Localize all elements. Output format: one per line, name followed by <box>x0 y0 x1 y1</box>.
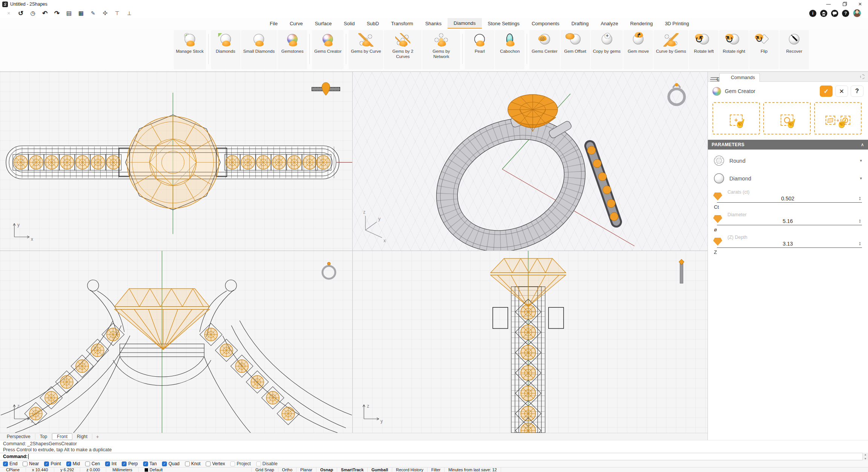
parameter-value-input[interactable] <box>717 218 859 224</box>
ribbon-tab[interactable]: File <box>264 18 284 29</box>
status-cell[interactable]: y 6.292 <box>54 467 80 472</box>
feedback-icon[interactable] <box>831 10 838 17</box>
minimize-button[interactable]: — <box>821 0 836 8</box>
components-icon[interactable] <box>100 9 110 17</box>
osnap-toggle[interactable]: Near <box>23 461 39 466</box>
gemstones-button[interactable]: Gemstones <box>278 30 307 69</box>
undo-icon[interactable] <box>40 9 50 17</box>
gems-by-network-button[interactable]: Gems by Network <box>422 30 460 69</box>
history-icon[interactable] <box>16 9 26 17</box>
select-gem-button[interactable] <box>763 102 811 134</box>
confirm-check-icon[interactable] <box>820 86 833 97</box>
perspective-viewport-canvas[interactable]: z y x <box>353 72 708 251</box>
ribbon-tab[interactable]: 3D Printing <box>659 18 695 29</box>
parameter-value-input[interactable] <box>717 241 859 247</box>
viewport-tab[interactable]: Right <box>72 434 92 440</box>
help-question-icon[interactable] <box>851 86 863 97</box>
top-viewport-canvas[interactable]: y x <box>0 72 353 251</box>
ribbon-tab[interactable]: Stone Settings <box>482 18 526 29</box>
ribbon-tab[interactable]: Components <box>526 18 565 29</box>
gems-center-button[interactable]: Gems Center <box>529 30 559 69</box>
gem-offset-button[interactable]: Gem Offset <box>561 30 590 69</box>
orient-flat-icon[interactable] <box>124 9 134 17</box>
command-input[interactable] <box>30 454 865 459</box>
education-icon[interactable] <box>820 10 827 17</box>
osnap-toggle[interactable]: Tan <box>143 461 157 466</box>
value-stepper[interactable]: ▲▼ <box>859 196 862 201</box>
status-cell[interactable]: Millimeters <box>106 467 139 472</box>
incremental-save-icon[interactable] <box>76 9 86 17</box>
value-stepper[interactable]: ▲▼ <box>859 241 862 246</box>
commands-icon[interactable]: Commands <box>719 73 760 82</box>
manage-stock-button[interactable]: Manage Stock <box>174 30 206 69</box>
ribbon-tab[interactable]: Solid <box>338 18 361 29</box>
status-toggle[interactable]: Record History <box>392 467 428 472</box>
status-toggle[interactable]: Filter <box>428 467 445 472</box>
viewport-tab[interactable]: Perspective <box>2 434 35 440</box>
osnap-toggle[interactable]: Point <box>44 461 61 466</box>
help-icon[interactable]: ? <box>842 10 849 17</box>
panel-settings-gear-icon[interactable] <box>860 74 865 79</box>
place-gem-on-surface-button[interactable]: + <box>814 102 862 134</box>
viewport-tab[interactable]: Front <box>52 433 72 440</box>
status-toggle[interactable]: Planar <box>296 467 316 472</box>
diamonds-button[interactable]: Diamonds <box>211 30 240 69</box>
small-diamonds-button[interactable]: Small Diamonds <box>241 30 277 69</box>
ribbon-tab[interactable]: Surface <box>309 18 338 29</box>
parameter-value-input[interactable] <box>717 196 859 202</box>
osnap-toggle[interactable]: Perp <box>122 461 138 466</box>
ribbon-tab[interactable]: Diamonds <box>448 18 482 29</box>
status-toggle[interactable]: Osnap <box>316 467 337 472</box>
parameters-section-header[interactable]: PARAMETERS <box>708 140 868 150</box>
ribbon-tab[interactable]: Analyze <box>594 18 624 29</box>
restore-button[interactable] <box>836 0 852 8</box>
osnap-toggle[interactable]: Project <box>230 461 251 466</box>
ribbon-tab[interactable]: SubD <box>361 18 385 29</box>
status-toggle[interactable]: SmartTrack <box>337 467 368 472</box>
status-toggle[interactable]: Ortho <box>278 467 297 472</box>
copy-by-gems-button[interactable]: Copy by gems <box>591 30 623 69</box>
pearl-button[interactable]: Pearl <box>465 30 494 69</box>
flip-button[interactable]: Flip <box>749 30 779 69</box>
rotate-right-button[interactable]: Rotate right <box>719 30 749 69</box>
place-gem-button[interactable] <box>712 102 760 134</box>
status-cell[interactable]: Default <box>139 467 252 472</box>
gem-material-dropdown[interactable]: Diamond <box>708 170 868 187</box>
file-properties-icon[interactable] <box>28 9 38 17</box>
osnap-toggle[interactable]: Int <box>105 461 116 466</box>
close-button[interactable]: ✕ <box>852 0 868 8</box>
gem-shape-dropdown[interactable]: Round <box>708 152 868 170</box>
ribbon-tab[interactable]: Drafting <box>565 18 595 29</box>
outliner-icon[interactable]: Outliner <box>710 77 719 81</box>
osnap-toggle[interactable]: End <box>3 461 17 466</box>
orient-left-icon[interactable] <box>112 9 122 17</box>
info-icon[interactable]: i <box>809 10 816 17</box>
status-toggle[interactable]: Minutes from last save: 12 <box>445 467 501 472</box>
command-scrollbar[interactable]: ▲▼ <box>862 453 868 460</box>
redo-icon[interactable] <box>52 9 62 17</box>
right-viewport-canvas[interactable]: z y <box>353 251 708 433</box>
gems-creator-button[interactable]: Gems Creator <box>312 30 344 69</box>
viewport-move-icon[interactable]: + <box>96 434 99 440</box>
gems-by-2-curves-button[interactable]: Gems by 2 Curves <box>384 30 422 69</box>
curve-by-gems-button[interactable]: Curve by Gems <box>654 30 688 69</box>
osnap-toggle[interactable]: Vertex <box>206 461 225 466</box>
gem-move-button[interactable]: Gem move <box>623 30 653 69</box>
save-icon[interactable] <box>64 9 74 17</box>
ribbon-tab[interactable]: Curve <box>284 18 309 29</box>
sketch-icon[interactable] <box>88 9 98 17</box>
value-stepper[interactable]: ▲▼ <box>859 219 862 223</box>
gems-by-curve-button[interactable]: Gems by Curve <box>348 30 383 69</box>
viewport-tab[interactable]: Top <box>35 434 52 440</box>
osnap-toggle[interactable]: Quad <box>162 461 179 466</box>
ribbon-tab[interactable]: Shanks <box>419 18 448 29</box>
cancel-x-icon[interactable] <box>835 86 848 97</box>
status-cell[interactable]: CPlane <box>0 467 26 472</box>
status-toggle[interactable]: Grid Snap <box>252 467 278 472</box>
osnap-toggle[interactable]: Cen <box>85 461 100 466</box>
recover-button[interactable]: Recover <box>779 30 809 69</box>
rotate-left-button[interactable]: Rotate left <box>689 30 718 69</box>
ribbon-tab[interactable]: Transform <box>385 18 419 29</box>
user-avatar[interactable] <box>853 9 861 17</box>
osnap-toggle[interactable]: Mid <box>66 461 80 466</box>
